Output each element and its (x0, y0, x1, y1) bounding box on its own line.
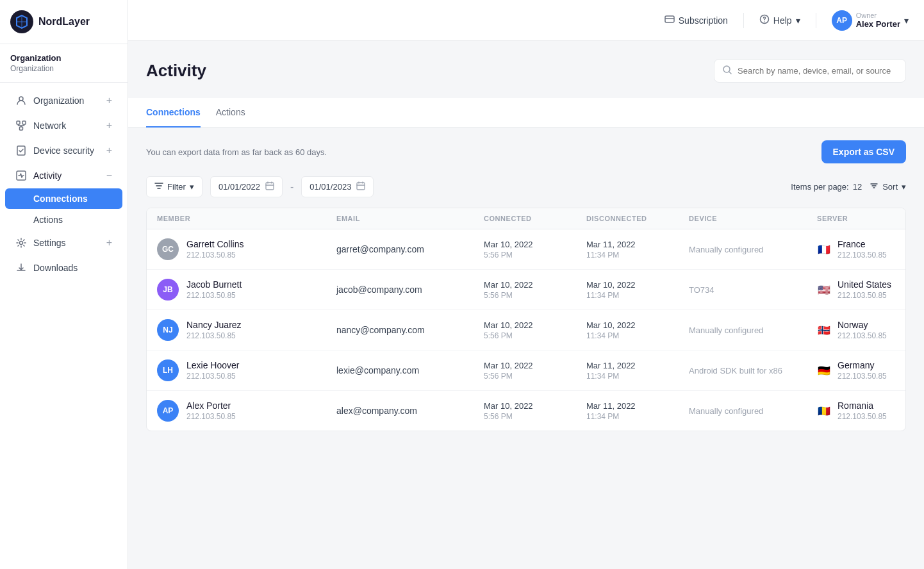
server-2: 🇳🇴 Norway 212.103.50.85 (817, 320, 895, 340)
settings-expand-icon: + (106, 237, 112, 249)
user-role: Owner (856, 12, 900, 19)
col-connected: CONNECTED (484, 215, 586, 222)
calendar-to-icon (356, 181, 365, 192)
flag-2: 🇳🇴 (817, 325, 831, 335)
sidebar-item-label-activity: Activity (33, 170, 62, 181)
sidebar-item-actions[interactable]: Actions (5, 210, 122, 230)
items-per-page-label: Items per page: (791, 182, 848, 192)
server-country-3: Germany (837, 360, 887, 370)
device-0: Manually configured (689, 245, 817, 254)
server-country-1: United States (837, 279, 891, 290)
sort-button[interactable]: Sort ▾ (870, 181, 906, 192)
member-name-4: Alex Porter (186, 400, 236, 411)
sidebar-item-connections[interactable]: Connections (5, 188, 122, 209)
sidebar-item-network[interactable]: Network + (5, 113, 122, 138)
search-input[interactable] (738, 66, 898, 76)
sidebar-item-organization[interactable]: Organization + (5, 88, 122, 113)
device-security-expand-icon: + (106, 145, 112, 156)
connected-3: Mar 10, 2022 5:56 PM (484, 361, 586, 381)
svg-rect-8 (665, 16, 674, 22)
user-avatar: AP (832, 10, 852, 31)
avatar-3: LH (157, 359, 179, 381)
date-separator: - (290, 181, 293, 193)
user-menu-button[interactable]: AP Owner Alex Porter ▾ (832, 10, 909, 31)
member-ip-1: 212.103.50.85 (186, 291, 242, 300)
nordlayer-logo-icon (10, 10, 33, 33)
tab-actions[interactable]: Actions (216, 98, 245, 128)
export-csv-button[interactable]: Export as CSV (821, 140, 906, 163)
avatar-4: AP (157, 400, 179, 422)
device-3: Android SDK built for x86 (689, 366, 817, 375)
svg-rect-13 (357, 183, 365, 190)
flag-4: 🇷🇴 (817, 406, 831, 416)
sidebar-item-settings[interactable]: Settings + (5, 231, 122, 255)
sidebar-item-device-security[interactable]: Device security + (5, 138, 122, 163)
help-chevron-icon: ▾ (796, 15, 800, 26)
filter-button[interactable]: Filter ▾ (146, 176, 202, 197)
downloads-icon (15, 262, 27, 274)
col-email: EMAIL (336, 215, 484, 222)
email-2: nancy@company.com (336, 325, 484, 335)
info-bar: You can export data from as far back as … (146, 140, 906, 163)
server-country-2: Norway (837, 320, 887, 330)
sidebar-item-label-downloads: Downloads (33, 263, 78, 273)
connected-2: Mar 10, 2022 5:56 PM (484, 320, 586, 340)
date-from-value: 01/01/2022 (219, 182, 260, 192)
email-0: garret@company.com (336, 244, 484, 254)
flag-1: 🇺🇸 (817, 284, 831, 295)
sidebar-item-label-organization: Organization (33, 95, 84, 106)
server-country-4: Romania (837, 400, 887, 411)
search-bar[interactable] (714, 59, 906, 83)
sidebar-item-label-settings: Settings (33, 238, 66, 248)
flag-0: 🇫🇷 (817, 244, 831, 254)
org-sub: Organization (10, 64, 117, 73)
table-row: AP Alex Porter 212.103.50.85 alex@compan… (147, 391, 905, 431)
server-ip-4: 212.103.50.85 (837, 412, 887, 421)
sort-icon (870, 181, 879, 192)
server-ip-2: 212.103.50.85 (837, 331, 887, 340)
filter-icon (154, 181, 163, 192)
sidebar-item-label-network: Network (33, 120, 66, 131)
server-country-0: France (837, 239, 887, 249)
member-ip-2: 212.103.50.85 (186, 331, 242, 340)
table-header: MEMBER EMAIL CONNECTED DISCONNECTED DEVI… (147, 208, 905, 229)
org-expand-icon: + (106, 95, 112, 106)
device-security-icon (15, 145, 27, 156)
member-cell-2: NJ Nancy Juarez 212.103.50.85 (157, 319, 336, 341)
date-to-picker[interactable]: 01/01/2023 (301, 176, 374, 197)
tab-connections[interactable]: Connections (146, 98, 201, 128)
table-row: GC Garrett Collins 212.103.50.85 garret@… (147, 229, 905, 270)
email-1: jacob@company.com (336, 284, 484, 295)
settings-icon (15, 237, 27, 249)
disconnected-0: Mar 11, 2022 11:34 PM (586, 240, 689, 260)
device-2: Manually configured (689, 326, 817, 335)
help-button[interactable]: Help ▾ (759, 14, 800, 26)
page-header: Activity (146, 59, 906, 83)
sidebar-item-activity[interactable]: Activity − (5, 163, 122, 188)
topbar: Subscription Help ▾ AP Owner Alex Porter… (128, 0, 924, 41)
connections-label: Connections (33, 194, 88, 204)
sidebar-item-downloads[interactable]: Downloads (5, 256, 122, 280)
disconnected-1: Mar 10, 2022 11:34 PM (586, 280, 689, 300)
date-from-picker[interactable]: 01/01/2022 (210, 176, 283, 197)
member-name-2: Nancy Juarez (186, 320, 242, 330)
server-3: 🇩🇪 Germany 212.103.50.85 (817, 360, 895, 381)
svg-point-7 (20, 242, 23, 245)
table-row: NJ Nancy Juarez 212.103.50.85 nancy@comp… (147, 310, 905, 350)
disconnected-2: Mar 10, 2022 11:34 PM (586, 320, 689, 340)
svg-rect-3 (22, 121, 26, 124)
subscription-button[interactable]: Subscription (664, 14, 728, 26)
flag-3: 🇩🇪 (817, 365, 831, 375)
connections-table: MEMBER EMAIL CONNECTED DISCONNECTED DEVI… (146, 208, 906, 431)
member-cell-4: AP Alex Porter 212.103.50.85 (157, 400, 336, 422)
sidebar-item-label-device-security: Device security (33, 145, 94, 156)
filter-label: Filter (167, 182, 186, 192)
email-3: lexie@company.com (336, 365, 484, 375)
connected-1: Mar 10, 2022 5:56 PM (484, 280, 586, 300)
help-icon (759, 14, 770, 26)
items-per-page-value[interactable]: 12 (853, 182, 862, 192)
export-info-text: You can export data from as far back as … (146, 147, 327, 157)
sidebar-nav: Organization + Network + Device security (0, 83, 128, 569)
activity-icon (15, 170, 27, 181)
server-1: 🇺🇸 United States 212.103.50.85 (817, 279, 895, 300)
